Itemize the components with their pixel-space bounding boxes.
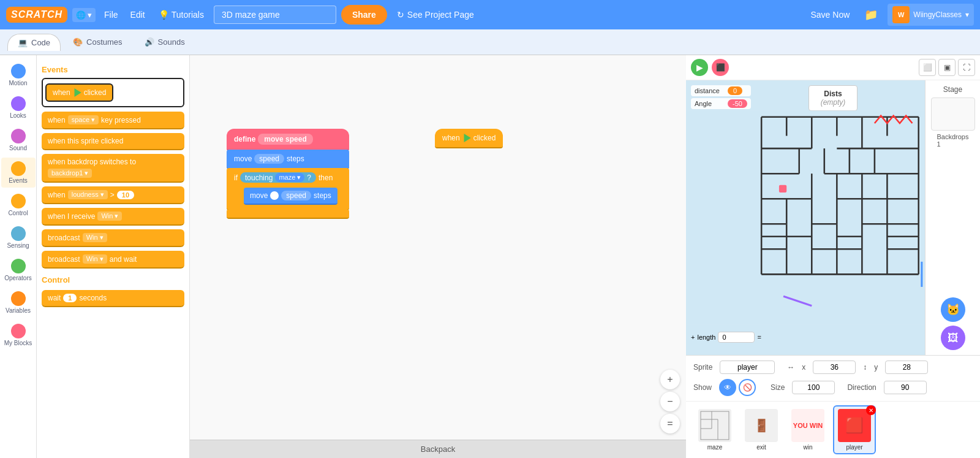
folder-icon[interactable]: 📁 xyxy=(859,6,883,24)
size-label: Size xyxy=(771,383,785,392)
when-loudness-block[interactable]: when loudness ▾ > 10 xyxy=(42,186,184,204)
move-speed-steps-block[interactable]: move speed steps xyxy=(227,150,349,169)
x-value-input[interactable] xyxy=(813,361,856,374)
delete-player-button[interactable]: ✕ xyxy=(866,405,876,415)
tab-costumes[interactable]: 🎨 Costumes xyxy=(63,34,132,50)
exit-sprite-name: exit xyxy=(756,444,766,451)
backdrop-dropdown[interactable]: backdrop1 ▾ xyxy=(48,169,92,178)
sensing-label: Sensing xyxy=(7,242,29,249)
tab-code[interactable]: 💻 Code xyxy=(7,34,61,51)
player-sprite-name: player xyxy=(846,444,862,451)
sprite-label: Sprite xyxy=(693,363,712,372)
win-sprite-image: YOU WIN xyxy=(791,409,824,442)
broadcast-wait-dropdown[interactable]: Win ▾ xyxy=(83,254,107,264)
loudness-dropdown[interactable]: loudness ▾ xyxy=(68,190,108,199)
when-clicked-standalone[interactable]: when clicked xyxy=(435,129,503,148)
size-input[interactable] xyxy=(792,381,835,394)
category-sensing[interactable]: Sensing xyxy=(1,223,36,253)
inner-move-block[interactable]: move speed steps xyxy=(244,188,337,205)
zoom-out-button[interactable]: − xyxy=(660,392,680,411)
green-flag-button[interactable]: ▶ xyxy=(691,59,708,76)
right-panel: ▶ ⬛ ⬜ ▣ ⛶ distance 0 Angle -50 xyxy=(686,55,980,458)
broadcast-wait-block[interactable]: broadcast Win ▾ and wait xyxy=(42,251,184,269)
category-looks[interactable]: Looks xyxy=(1,93,36,123)
stage-thumbnail xyxy=(931,97,975,131)
category-myblocks[interactable]: My Blocks xyxy=(1,320,36,350)
tab-sounds[interactable]: 🔊 Sounds xyxy=(135,34,195,50)
sprite-show-row: Show 👁 🚫 Size Direction xyxy=(693,379,973,396)
sprite-thumb-maze[interactable]: maze xyxy=(693,405,736,454)
length-input[interactable] xyxy=(718,332,755,343)
file-menu[interactable]: File xyxy=(100,7,122,22)
wait-seconds-block[interactable]: wait 1 seconds xyxy=(42,290,184,307)
sprite-list: maze 🚪 exit YOU WIN win 🟥 ✕ xyxy=(686,401,980,458)
when-key-pressed-block[interactable]: when space ▾ key pressed xyxy=(42,112,184,129)
stop-button[interactable]: ⬛ xyxy=(712,59,729,76)
variables-dot xyxy=(11,291,26,306)
svg-rect-49 xyxy=(779,185,786,193)
see-project-page-button[interactable]: ↻ See Project Page xyxy=(392,7,479,22)
y-value-input[interactable] xyxy=(885,361,928,374)
costumes-tab-icon: 🎨 xyxy=(73,37,83,47)
receive-dropdown[interactable]: Win ▾ xyxy=(97,212,122,221)
wait-value[interactable]: 1 xyxy=(63,294,77,302)
user-menu[interactable]: W WiingyClasses ▾ xyxy=(888,4,974,26)
myblocks-dot xyxy=(11,324,26,338)
sprite-name-input[interactable] xyxy=(720,361,775,374)
sprite-thumb-exit[interactable]: 🚪 exit xyxy=(740,405,783,454)
fullscreen-button[interactable]: ⛶ xyxy=(958,59,975,76)
add-backdrop-button[interactable]: 🖼 xyxy=(941,326,965,350)
add-sprite-button[interactable]: 🐱 xyxy=(941,297,965,322)
when-backdrop-switches-block[interactable]: when backdrop switches to backdrop1 ▾ xyxy=(42,154,184,183)
backpack-bar[interactable]: Backpack xyxy=(190,440,686,458)
loudness-value[interactable]: 10 xyxy=(117,191,134,199)
if-touching-block[interactable]: if touching maze ▾ ? then move speed s xyxy=(227,168,349,210)
when-receive-block[interactable]: when I receive Win ▾ xyxy=(42,208,184,226)
save-now-button[interactable]: Save Now xyxy=(806,7,855,22)
show-visible-button[interactable]: 👁 xyxy=(719,379,736,396)
show-hidden-button[interactable]: 🚫 xyxy=(739,379,756,396)
broadcast-block[interactable]: broadcast Win ▾ xyxy=(42,229,184,247)
show-label: Show xyxy=(693,383,712,392)
category-motion[interactable]: Motion xyxy=(1,60,36,90)
center-view-button[interactable]: = xyxy=(660,414,680,433)
define-block[interactable]: define move speed xyxy=(227,129,349,151)
share-button[interactable]: Share xyxy=(341,5,387,25)
scripting-area[interactable]: define move speed move speed steps if to… xyxy=(190,55,686,458)
category-events[interactable]: Events xyxy=(1,158,36,188)
maze-sprite-image xyxy=(698,409,731,442)
svg-rect-52 xyxy=(701,411,729,440)
looks-label: Looks xyxy=(10,112,26,119)
edit-menu[interactable]: Edit xyxy=(127,7,149,22)
control-dot xyxy=(11,194,26,208)
broadcast-dropdown[interactable]: Win ▾ xyxy=(83,233,107,242)
svg-rect-0 xyxy=(686,111,925,325)
direction-input[interactable] xyxy=(884,381,927,394)
maze-display xyxy=(686,80,925,355)
events-label: Events xyxy=(9,177,28,184)
tutorials-button[interactable]: 💡 Tutorials xyxy=(154,7,209,22)
category-operators[interactable]: Operators xyxy=(1,255,36,285)
key-dropdown[interactable]: space ▾ xyxy=(68,115,99,124)
sound-dot xyxy=(11,129,26,143)
when-flag-clicked-block[interactable]: when clicked xyxy=(45,83,113,102)
category-variables[interactable]: Variables xyxy=(1,288,36,318)
category-control[interactable]: Control xyxy=(1,190,36,220)
maze-sprite-name: maze xyxy=(707,444,722,451)
flag-icon xyxy=(73,88,81,97)
when-flag-clicked-highlight: when clicked xyxy=(42,78,184,107)
project-name-input[interactable] xyxy=(214,6,336,24)
scratch-logo[interactable]: SCRATCH xyxy=(6,7,67,23)
zoom-in-button[interactable]: + xyxy=(660,370,680,389)
equals-label: = xyxy=(757,334,761,341)
length-label: length xyxy=(697,334,715,341)
sprite-thumb-win[interactable]: YOU WIN win xyxy=(786,405,829,454)
small-stage-button[interactable]: ⬜ xyxy=(919,59,936,76)
sprite-thumb-player[interactable]: 🟥 ✕ player xyxy=(833,405,876,454)
category-sound[interactable]: Sound xyxy=(1,125,36,155)
when-sprite-clicked-block[interactable]: when this sprite clicked xyxy=(42,133,184,150)
define-name: move speed xyxy=(258,134,312,145)
language-button[interactable]: 🌐 ▾ xyxy=(72,8,96,22)
define-move-stack[interactable]: define move speed move speed steps if to… xyxy=(227,129,349,219)
normal-stage-button[interactable]: ▣ xyxy=(938,59,956,76)
